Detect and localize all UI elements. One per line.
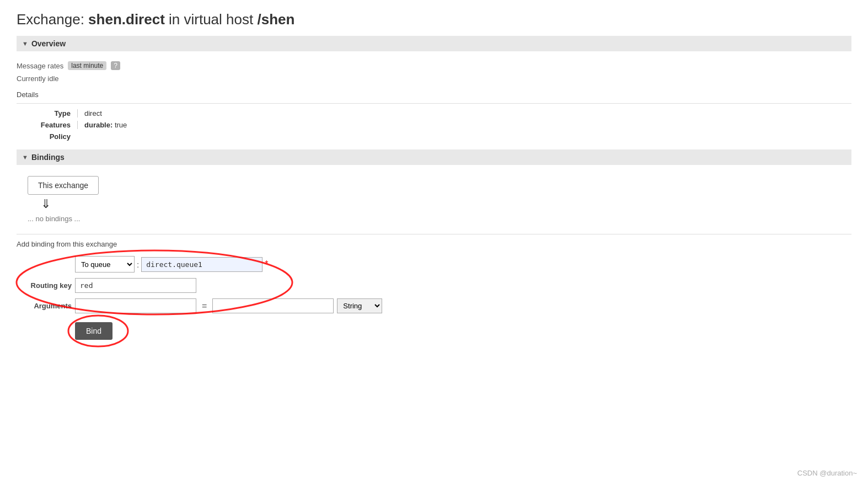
type-label: Type <box>28 109 77 118</box>
bind-button[interactable]: Bind <box>75 322 112 340</box>
to-queue-select-row: To queue To exchange : * <box>75 256 268 273</box>
type-value: direct <box>77 109 102 118</box>
details-label: Details <box>17 87 851 101</box>
details-features-row: Features durable: true <box>28 121 851 129</box>
help-badge[interactable]: ? <box>111 61 120 70</box>
argument-key-input[interactable] <box>75 298 196 313</box>
routing-key-row: Routing key <box>17 278 268 293</box>
details-policy-row: Policy <box>28 132 851 141</box>
argument-value-input[interactable] <box>212 298 334 313</box>
features-value: durable: true <box>77 121 127 129</box>
details-type-row: Type direct <box>28 109 851 118</box>
bindings-label: Bindings <box>31 153 65 162</box>
arguments-row: Arguments = String Number Boolean <box>17 298 851 313</box>
page-title: Exchange: shen.direct in virtual host /s… <box>17 11 851 28</box>
routing-key-label: Routing key <box>17 281 72 290</box>
no-bindings-text: ... no bindings ... <box>28 215 851 223</box>
overview-label: Overview <box>31 39 66 48</box>
add-binding-title: Add binding from this exchange <box>17 240 851 248</box>
bindings-chevron-icon: ▼ <box>22 154 28 161</box>
to-queue-select[interactable]: To queue To exchange <box>75 256 135 273</box>
argument-type-select[interactable]: String Number Boolean <box>337 298 382 313</box>
message-rates-label: Message rates <box>17 62 63 70</box>
arguments-label: Arguments <box>17 302 72 310</box>
to-queue-row: To queue To exchange : * <box>17 256 268 273</box>
required-star: * <box>265 259 268 269</box>
overview-section-header[interactable]: ▼ Overview <box>17 36 851 51</box>
details-divider <box>17 103 851 104</box>
features-key: durable: <box>84 121 112 129</box>
features-label: Features <box>28 121 77 129</box>
colon-separator: : <box>137 260 139 269</box>
add-binding-section: Add binding from this exchange To queue … <box>17 234 851 340</box>
queue-name-input[interactable] <box>141 257 262 272</box>
details-table: Type direct Features durable: true Polic… <box>28 109 851 141</box>
message-rates-row: Message rates last minute ? <box>17 57 851 72</box>
arrow-down-icon: ⇓ <box>41 198 851 210</box>
time-badge[interactable]: last minute <box>68 61 106 70</box>
routing-key-input[interactable] <box>75 278 196 293</box>
policy-label: Policy <box>28 132 77 141</box>
this-exchange-box: This exchange <box>28 176 99 195</box>
features-val: true <box>115 121 127 129</box>
bindings-section-header[interactable]: ▼ Bindings <box>17 149 851 165</box>
status-idle: Currently idle <box>17 72 851 87</box>
overview-chevron-icon: ▼ <box>22 40 28 47</box>
equals-sign: = <box>202 301 207 311</box>
